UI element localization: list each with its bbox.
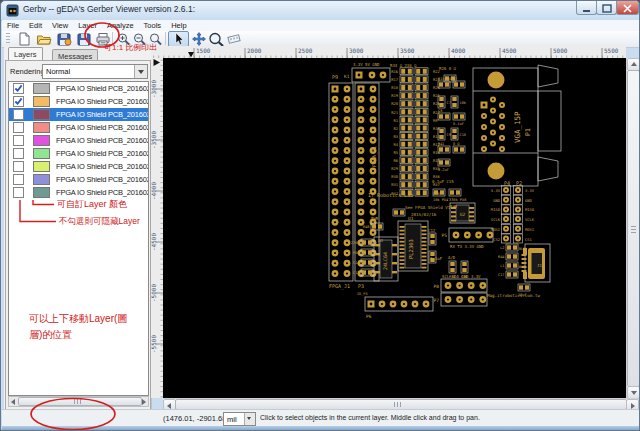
save-button[interactable] (76, 32, 92, 46)
layer-color-swatch[interactable] (33, 83, 50, 94)
layer-row[interactable]: FPGA IO Shield PCB_20160225- (9, 160, 148, 173)
svg-text:RX TX 3.3V GND: RX TX 3.3V GND (450, 244, 484, 249)
svg-text:R29: R29 (391, 166, 399, 171)
layer-row[interactable]: FPGA IO Shield PCB_20160225- (9, 108, 148, 121)
pan-tool-button[interactable] (191, 32, 207, 46)
svg-text:BLM: BLM (519, 247, 525, 251)
layer-visibility-checkbox[interactable] (13, 109, 24, 120)
svg-text:K1: K1 (344, 74, 350, 79)
svg-text:3000: 3000 (349, 47, 364, 54)
layer-visibility-checkbox[interactable] (13, 96, 24, 107)
measure-tool-button[interactable] (226, 32, 242, 46)
layer-color-swatch[interactable] (33, 122, 50, 133)
layer-row[interactable]: FPGA IO Shield PCB_20160225- (9, 173, 148, 186)
units-combobox[interactable]: mil (223, 412, 256, 426)
layer-visibility-checkbox[interactable] (13, 161, 24, 172)
gerber-canvas[interactable]: R16R22R17R23R18R24R19R25R20R26R21R27R1R9… (163, 58, 626, 398)
menu-edit[interactable]: Edit (24, 21, 47, 30)
svg-text:R18: R18 (391, 85, 399, 90)
title-bar[interactable]: Gerbv -- gEDA's Gerber Viewer version 2.… (1, 1, 640, 21)
svg-text:A/D: A/D (448, 255, 456, 260)
app-window: Gerbv -- gEDA's Gerber Viewer version 2.… (0, 0, 640, 431)
close-icon (617, 2, 638, 15)
layer-color-swatch[interactable] (33, 187, 50, 198)
layer-visibility-checkbox[interactable] (13, 148, 24, 159)
svg-text:MISO: MISO (525, 207, 535, 212)
canvas-vscrollbar[interactable] (626, 58, 639, 398)
layer-list-hscrollbar[interactable] (8, 396, 149, 407)
scroll-right-icon[interactable] (142, 399, 146, 405)
layer-color-swatch[interactable] (33, 148, 50, 159)
svg-text:FPGA_J1: FPGA_J1 (371, 146, 378, 167)
layer-color-swatch[interactable] (33, 161, 50, 172)
layer-visibility-checkbox[interactable] (13, 187, 24, 198)
toolbar-separator (165, 32, 166, 45)
svg-text:R1: R1 (393, 118, 398, 123)
menu-tools[interactable]: Tools (139, 21, 167, 30)
layer-color-swatch[interactable] (33, 96, 50, 107)
menu-view[interactable]: View (47, 21, 73, 30)
svg-text:R49: R49 (450, 204, 458, 209)
svg-text:R9: R9 (433, 118, 438, 123)
menu-analyze[interactable]: Analyze (102, 21, 139, 30)
toolbar-grip[interactable] (6, 33, 10, 45)
layer-color-swatch[interactable] (33, 109, 50, 120)
svg-text:PWR: PWR (371, 216, 379, 221)
svg-text:P7: P7 (434, 298, 440, 303)
save-as-button[interactable] (56, 32, 72, 46)
menu-file[interactable]: File (2, 21, 24, 30)
scrollbar-thumb[interactable] (18, 397, 142, 406)
svg-text:3.3V 5V GND: 3.3V 5V GND (353, 62, 380, 67)
scroll-left-icon[interactable] (11, 399, 15, 405)
svg-text:SCL SDA GND 3.3V: SCL SDA GND 3.3V (442, 274, 481, 279)
new-button[interactable] (16, 32, 32, 46)
check-icon (14, 97, 23, 106)
maximize-button[interactable] (596, 1, 617, 15)
svg-text:-4000: -4000 (151, 182, 157, 200)
layer-visibility-checkbox[interactable] (13, 83, 24, 94)
svg-text:J1: J1 (537, 263, 542, 268)
layer-visibility-checkbox[interactable] (13, 135, 24, 146)
layer-row[interactable]: FPGA IO Shield PCB_20160225- (9, 147, 148, 160)
layer-row[interactable]: FPGA IO Shield PCB_20160225- (9, 82, 148, 95)
layer-label: FPGA IO Shield PCB_20160225- (56, 136, 149, 145)
svg-text:CS2: CS2 (493, 237, 500, 242)
svg-text:P1: P1 (524, 128, 532, 136)
svg-text:R17: R17 (391, 77, 398, 82)
svg-text:330k PA6: 330k PA6 (449, 198, 466, 202)
svg-text:R4: R4 (393, 142, 398, 147)
open-button[interactable] (36, 32, 52, 46)
save-as-icon (56, 32, 72, 46)
save-icon (76, 32, 92, 46)
combo-dropdown-button[interactable] (244, 413, 255, 425)
layer-color-swatch[interactable] (33, 135, 50, 146)
layer-row[interactable]: FPGA IO Shield PCB_20160225- (9, 121, 148, 134)
layer-visibility-checkbox[interactable] (13, 174, 24, 185)
layer-color-swatch[interactable] (33, 174, 50, 185)
svg-text:C9: C9 (447, 133, 451, 137)
window-frame-bottom (2, 426, 640, 431)
annotation-print-note: 可1:1 比例印出 (104, 42, 157, 53)
svg-text:C12: C12 (428, 228, 436, 233)
status-bar: (1476.01, -2901.68) mil Click to select … (2, 409, 640, 427)
menu-layer[interactable]: Layer (73, 21, 102, 30)
rendering-combobox[interactable]: Normal (42, 64, 148, 79)
svg-text:0.1uF C15: 0.1uF C15 (432, 179, 454, 184)
panel-body: Rendering: Normal FPGA IO Shield PCB_201… (5, 60, 151, 410)
layer-visibility-checkbox[interactable] (13, 122, 24, 133)
combo-dropdown-button[interactable] (134, 65, 147, 78)
layer-row[interactable]: FPGA IO Shield PCB_20160225- (9, 95, 148, 108)
scrollbar-thumb[interactable] (627, 70, 640, 387)
zoom-tool-button[interactable] (207, 32, 223, 46)
close-button[interactable] (616, 1, 639, 15)
tab-layers[interactable]: Layers (8, 47, 43, 60)
pointer-tool-button[interactable] (168, 31, 189, 47)
svg-text:R15 0Ω: R15 0Ω (438, 77, 452, 81)
layer-list[interactable]: FPGA IO Shield PCB_20160225-FPGA IO Shie… (8, 81, 149, 396)
svg-text:R5: R5 (393, 150, 398, 155)
svg-text:R2: R2 (393, 126, 398, 131)
minimize-button[interactable] (576, 1, 597, 15)
menu-help[interactable]: Help (166, 21, 191, 30)
svg-text:-4500: -4500 (151, 233, 157, 251)
layer-row[interactable]: FPGA IO Shield PCB_20160225- (9, 134, 148, 147)
